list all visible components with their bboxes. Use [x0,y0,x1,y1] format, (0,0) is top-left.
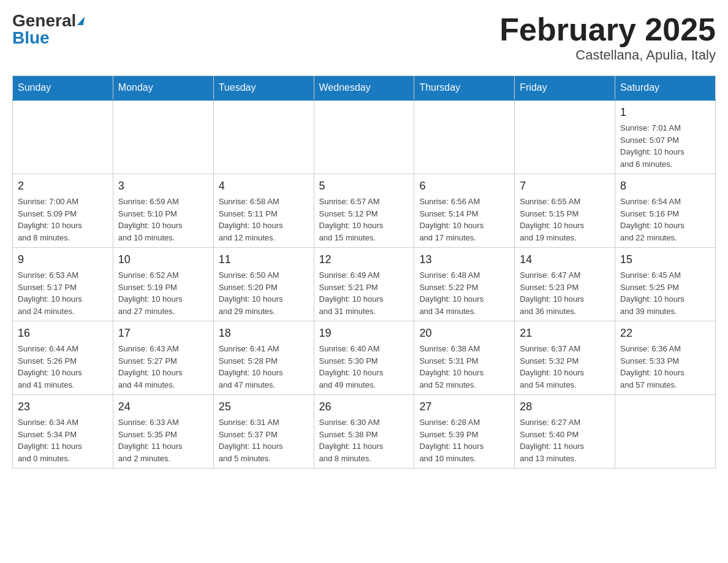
calendar-cell: 17Sunrise: 6:43 AM Sunset: 5:27 PM Dayli… [113,321,213,395]
calendar-cell [213,100,314,174]
calendar-cell: 12Sunrise: 6:49 AM Sunset: 5:21 PM Dayli… [314,248,414,321]
day-number: 13 [419,251,509,268]
weekday-row: SundayMondayTuesdayWednesdayThursdayFrid… [13,76,716,101]
day-number: 5 [319,178,409,194]
day-info: Sunrise: 6:47 AM Sunset: 5:23 PM Dayligh… [520,269,610,317]
day-number: 6 [419,178,509,194]
day-number: 8 [620,178,710,194]
day-info: Sunrise: 6:28 AM Sunset: 5:39 PM Dayligh… [419,416,509,464]
day-info: Sunrise: 6:34 AM Sunset: 5:34 PM Dayligh… [18,416,108,464]
calendar-cell: 1Sunrise: 7:01 AM Sunset: 5:07 PM Daylig… [615,100,716,174]
day-info: Sunrise: 6:38 AM Sunset: 5:31 PM Dayligh… [419,343,509,391]
day-info: Sunrise: 6:52 AM Sunset: 5:19 PM Dayligh… [118,269,208,317]
calendar-cell: 16Sunrise: 6:44 AM Sunset: 5:26 PM Dayli… [13,321,113,395]
calendar-cell: 19Sunrise: 6:40 AM Sunset: 5:30 PM Dayli… [314,321,414,395]
calendar-week-row: 16Sunrise: 6:44 AM Sunset: 5:26 PM Dayli… [13,321,716,395]
day-info: Sunrise: 6:31 AM Sunset: 5:37 PM Dayligh… [219,416,309,464]
calendar-cell: 10Sunrise: 6:52 AM Sunset: 5:19 PM Dayli… [113,248,213,321]
weekday-header: Wednesday [314,76,414,101]
day-info: Sunrise: 6:30 AM Sunset: 5:38 PM Dayligh… [319,416,409,464]
day-info: Sunrise: 6:43 AM Sunset: 5:27 PM Dayligh… [118,343,208,391]
calendar-cell: 22Sunrise: 6:36 AM Sunset: 5:33 PM Dayli… [615,321,716,395]
day-number: 1 [620,104,710,121]
title-block: February 2025 Castellana, Apulia, Italy [499,12,716,63]
calendar-cell: 15Sunrise: 6:45 AM Sunset: 5:25 PM Dayli… [615,248,716,321]
weekday-header: Thursday [414,76,515,101]
day-info: Sunrise: 6:44 AM Sunset: 5:26 PM Dayligh… [18,343,108,391]
day-number: 11 [219,251,309,268]
day-info: Sunrise: 6:55 AM Sunset: 5:15 PM Dayligh… [520,196,610,243]
calendar-cell [515,100,615,174]
calendar-cell: 4Sunrise: 6:58 AM Sunset: 5:11 PM Daylig… [213,174,314,248]
day-number: 20 [419,325,509,342]
day-info: Sunrise: 6:59 AM Sunset: 5:10 PM Dayligh… [118,196,208,243]
calendar-cell [113,100,213,174]
day-number: 4 [219,178,309,194]
weekday-header: Tuesday [213,76,314,101]
calendar-cell: 9Sunrise: 6:53 AM Sunset: 5:17 PM Daylig… [13,248,113,321]
calendar-week-row: 1Sunrise: 7:01 AM Sunset: 5:07 PM Daylig… [13,100,716,174]
calendar-cell: 20Sunrise: 6:38 AM Sunset: 5:31 PM Dayli… [414,321,515,395]
day-number: 10 [118,251,208,268]
logo-blue-text: Blue [12,29,50,47]
weekday-header: Saturday [615,76,716,101]
day-info: Sunrise: 6:45 AM Sunset: 5:25 PM Dayligh… [620,269,710,317]
day-number: 7 [520,178,610,194]
day-number: 19 [319,325,409,342]
location-text: Castellana, Apulia, Italy [499,47,716,63]
calendar-cell: 28Sunrise: 6:27 AM Sunset: 5:40 PM Dayli… [515,395,615,469]
calendar-cell: 21Sunrise: 6:37 AM Sunset: 5:32 PM Dayli… [515,321,615,395]
day-info: Sunrise: 6:37 AM Sunset: 5:32 PM Dayligh… [520,343,610,391]
day-info: Sunrise: 6:33 AM Sunset: 5:35 PM Dayligh… [118,416,208,464]
calendar-cell: 25Sunrise: 6:31 AM Sunset: 5:37 PM Dayli… [213,395,314,469]
day-number: 12 [319,251,409,268]
page-header: General Blue February 2025 Castellana, A… [12,12,716,63]
day-info: Sunrise: 6:41 AM Sunset: 5:28 PM Dayligh… [219,343,309,391]
calendar-cell: 18Sunrise: 6:41 AM Sunset: 5:28 PM Dayli… [213,321,314,395]
calendar-cell: 3Sunrise: 6:59 AM Sunset: 5:10 PM Daylig… [113,174,213,248]
day-info: Sunrise: 6:50 AM Sunset: 5:20 PM Dayligh… [219,269,309,317]
day-number: 15 [620,251,710,268]
day-info: Sunrise: 6:49 AM Sunset: 5:21 PM Dayligh… [319,269,409,317]
day-info: Sunrise: 6:36 AM Sunset: 5:33 PM Dayligh… [620,343,710,391]
logo: General Blue [12,12,84,47]
day-number: 18 [219,325,309,342]
calendar-cell: 11Sunrise: 6:50 AM Sunset: 5:20 PM Dayli… [213,248,314,321]
day-number: 27 [419,399,509,415]
day-info: Sunrise: 7:00 AM Sunset: 5:09 PM Dayligh… [18,196,108,243]
day-info: Sunrise: 6:57 AM Sunset: 5:12 PM Dayligh… [319,196,409,243]
calendar-cell: 5Sunrise: 6:57 AM Sunset: 5:12 PM Daylig… [314,174,414,248]
day-number: 3 [118,178,208,194]
day-info: Sunrise: 6:58 AM Sunset: 5:11 PM Dayligh… [219,196,309,243]
calendar-cell: 24Sunrise: 6:33 AM Sunset: 5:35 PM Dayli… [113,395,213,469]
month-title: February 2025 [499,12,716,47]
logo-general-text: General [12,12,84,29]
calendar-body: 1Sunrise: 7:01 AM Sunset: 5:07 PM Daylig… [13,100,716,469]
calendar-cell [13,100,113,174]
calendar-cell [314,100,414,174]
calendar-header: SundayMondayTuesdayWednesdayThursdayFrid… [13,76,716,101]
calendar-cell: 6Sunrise: 6:56 AM Sunset: 5:14 PM Daylig… [414,174,515,248]
day-info: Sunrise: 6:56 AM Sunset: 5:14 PM Dayligh… [419,196,509,243]
day-number: 22 [620,325,710,342]
calendar-week-row: 9Sunrise: 6:53 AM Sunset: 5:17 PM Daylig… [13,248,716,321]
calendar-cell: 23Sunrise: 6:34 AM Sunset: 5:34 PM Dayli… [13,395,113,469]
day-number: 14 [520,251,610,268]
day-number: 9 [18,251,108,268]
calendar-cell [414,100,515,174]
calendar-cell [615,395,716,469]
day-number: 21 [520,325,610,342]
day-number: 24 [118,399,208,415]
day-info: Sunrise: 6:27 AM Sunset: 5:40 PM Dayligh… [520,416,610,464]
weekday-header: Monday [113,76,213,101]
day-number: 16 [18,325,108,342]
calendar-cell: 2Sunrise: 7:00 AM Sunset: 5:09 PM Daylig… [13,174,113,248]
calendar-week-row: 2Sunrise: 7:00 AM Sunset: 5:09 PM Daylig… [13,174,716,248]
day-info: Sunrise: 6:54 AM Sunset: 5:16 PM Dayligh… [620,196,710,243]
calendar-cell: 27Sunrise: 6:28 AM Sunset: 5:39 PM Dayli… [414,395,515,469]
calendar-cell: 13Sunrise: 6:48 AM Sunset: 5:22 PM Dayli… [414,248,515,321]
day-info: Sunrise: 6:48 AM Sunset: 5:22 PM Dayligh… [419,269,509,317]
weekday-header: Friday [515,76,615,101]
day-number: 25 [219,399,309,415]
weekday-header: Sunday [13,76,113,101]
